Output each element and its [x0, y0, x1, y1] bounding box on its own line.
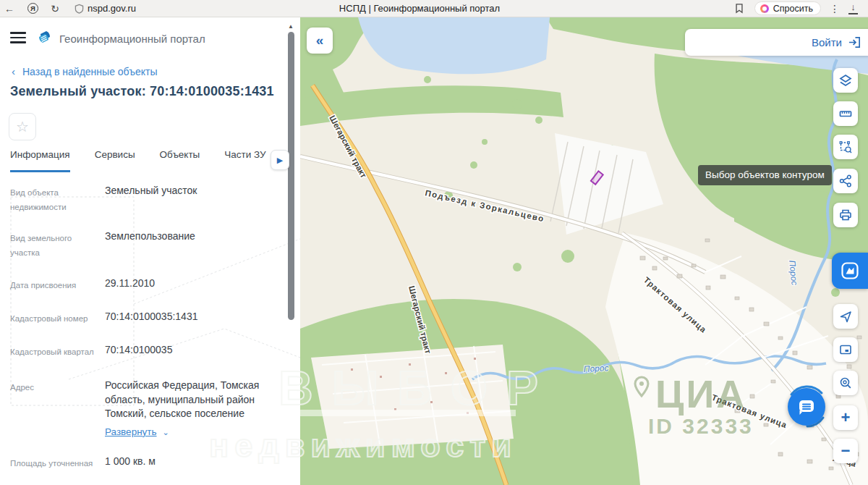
- ask-button[interactable]: Спросить: [754, 1, 821, 15]
- field-value: 1 000 кв. м: [105, 455, 156, 478]
- share-icon: [838, 174, 853, 188]
- layers-button[interactable]: [833, 68, 858, 93]
- plus-icon: +: [841, 410, 851, 426]
- field-row: Площадь уточненная 1 000 кв. м: [10, 455, 279, 478]
- chevron-right-icon: ▶: [277, 156, 283, 165]
- browser-toolbar: ← Я ↻ nspd.gov.ru НСПД | Геоинформационн…: [0, 0, 868, 17]
- login-icon: [848, 35, 861, 49]
- tab-services[interactable]: Сервисы: [95, 149, 135, 172]
- portal-title: Геоинформационный портал: [59, 33, 205, 45]
- navigation-arrow-icon: [838, 309, 853, 324]
- back-icon[interactable]: ←: [0, 3, 19, 14]
- attribute-list: Вид объекта недвижимости Земельный участ…: [10, 184, 279, 485]
- zoom-in-button[interactable]: +: [833, 405, 858, 430]
- field-label: Кадастровый номер: [10, 310, 98, 334]
- search-area-button[interactable]: [833, 371, 858, 395]
- collapse-panel-button[interactable]: «: [307, 28, 333, 54]
- field-value: Землепользование: [105, 229, 195, 267]
- minimap-icon: [838, 342, 853, 357]
- field-label: Кадастровый квартал: [10, 343, 98, 369]
- menu-burger-icon[interactable]: [10, 32, 26, 46]
- shield-icon: [75, 4, 84, 14]
- contour-select-icon: [838, 140, 853, 154]
- scrollbar-thumb[interactable]: [288, 32, 294, 320]
- expand-address-link[interactable]: Развернуть⌄: [105, 426, 169, 439]
- panel-scrollbar[interactable]: ▲: [288, 26, 294, 482]
- tabs-scroll-right-button[interactable]: ▶: [271, 150, 289, 170]
- field-row: Кадастровый квартал 70:14:0100035: [10, 343, 279, 369]
- scroll-up-icon[interactable]: ▲: [288, 23, 294, 30]
- field-label: Вид земельного участка: [10, 229, 98, 267]
- tab-objects[interactable]: Объекты: [160, 149, 200, 172]
- tab-title: НСПД | Геоинформационный портал: [275, 0, 564, 17]
- page-title: Земельный участок: 70:14:0100035:1431: [10, 84, 274, 99]
- back-to-results-link[interactable]: ‹Назад в найденные объекты: [12, 65, 157, 77]
- login-bar[interactable]: Войти: [685, 29, 868, 56]
- field-label: Дата присвоения: [10, 277, 98, 300]
- portal-logo-icon: [36, 29, 54, 48]
- magnifier-icon: [838, 376, 853, 390]
- field-value: Земельный участок: [105, 184, 197, 220]
- field-label: Адрес: [10, 379, 98, 445]
- tab-parts[interactable]: Части ЗУ: [224, 149, 265, 172]
- share-button[interactable]: [833, 169, 858, 193]
- chat-button[interactable]: [788, 388, 825, 426]
- star-icon: ☆: [16, 118, 29, 135]
- chevron-left-icon: ‹: [12, 65, 15, 77]
- field-row: Кадастровый номер 70:14:0100035:1431: [10, 310, 279, 334]
- browser-logo-icon[interactable]: Я: [27, 3, 38, 14]
- basemap-icon: [840, 261, 860, 281]
- login-button[interactable]: Войти: [812, 36, 842, 48]
- ask-ai-icon: [760, 4, 769, 13]
- field-label: Вид объекта недвижимости: [10, 184, 98, 220]
- field-row: Вид объекта недвижимости Земельный участ…: [10, 184, 279, 220]
- minus-icon: −: [841, 443, 851, 459]
- print-button[interactable]: [833, 203, 858, 227]
- bookmark-icon[interactable]: [734, 3, 744, 14]
- zoom-out-button[interactable]: −: [833, 439, 858, 463]
- ruler-icon: [838, 106, 853, 121]
- map-basemap: Шегарский тракт Шегарский тракт Подъезд …: [300, 17, 868, 485]
- screen: ← Я ↻ nspd.gov.ru НСПД | Геоинформационн…: [0, 0, 868, 485]
- ask-button-label: Спросить: [773, 4, 813, 14]
- field-row-address: Адрес Российская Федерация, Томская обла…: [10, 379, 279, 445]
- field-value: Российская Федерация, Томская область, м…: [105, 379, 279, 445]
- field-value: 70:14:0100035:1431: [105, 310, 197, 334]
- url-input[interactable]: nspd.gov.ru: [88, 3, 136, 14]
- info-panel: Геоинформационный портал ‹Назад в найден…: [0, 17, 300, 485]
- measure-button[interactable]: [833, 101, 858, 126]
- chat-bubble-icon: [796, 397, 817, 417]
- map-canvas[interactable]: Шегарский тракт Шегарский тракт Подъезд …: [300, 17, 868, 485]
- double-chevron-left-icon: «: [316, 33, 324, 48]
- field-row: Вид земельного участка Землепользование: [10, 229, 279, 267]
- refresh-icon[interactable]: ↻: [46, 3, 64, 14]
- layers-icon: [838, 73, 853, 88]
- download-icon[interactable]: ↓: [848, 3, 858, 14]
- select-by-contour-button[interactable]: [833, 135, 858, 159]
- river-label: Порос: [583, 363, 608, 374]
- locate-me-button[interactable]: [833, 304, 858, 329]
- field-value: 29.11.2010: [105, 277, 155, 300]
- tab-information[interactable]: Информация: [10, 149, 70, 172]
- field-label: Площадь уточненная: [10, 455, 98, 478]
- field-row: Дата присвоения 29.11.2010: [10, 277, 279, 300]
- overview-map-button[interactable]: [833, 337, 858, 362]
- chevron-down-icon: ⌄: [163, 427, 169, 438]
- field-value: 70:14:0100035: [105, 343, 172, 369]
- tab-bar: Информация Сервисы Объекты Части ЗУ Сост…: [10, 149, 288, 172]
- print-icon: [838, 208, 853, 222]
- tooltip: Выбор объектов контуром: [698, 165, 832, 185]
- browser-menu-icon[interactable]: ⋮: [825, 3, 844, 14]
- favorite-star-button[interactable]: ☆: [9, 113, 36, 140]
- address-text: Российская Федерация, Томская область, м…: [105, 379, 259, 419]
- basemap-picker-button[interactable]: [832, 253, 868, 289]
